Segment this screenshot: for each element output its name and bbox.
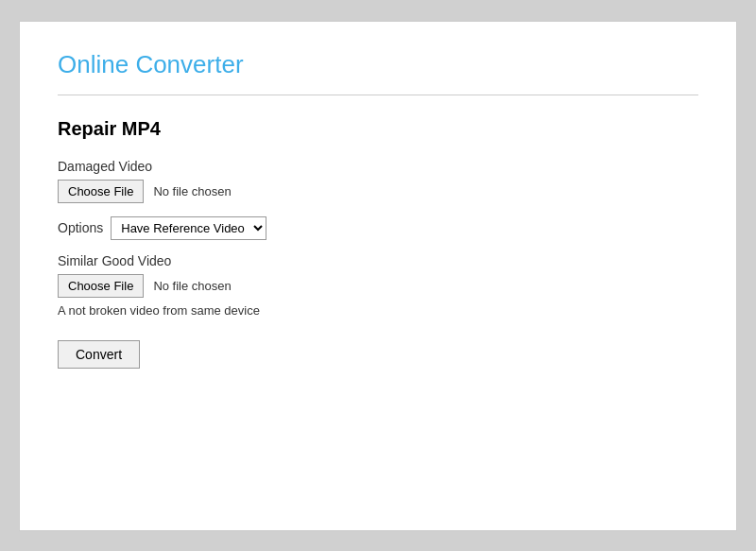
damaged-video-section: Damaged Video Choose File No file chosen — [58, 159, 698, 203]
damaged-no-file-text: No file chosen — [153, 184, 231, 198]
divider — [58, 95, 698, 95]
similar-video-section: Similar Good Video Choose File No file c… — [58, 253, 698, 318]
options-select[interactable]: Have Reference Video No Reference Video — [111, 216, 266, 240]
site-title: Online Converter — [58, 50, 698, 79]
field-hint: A not broken video from same device — [58, 303, 698, 318]
convert-button[interactable]: Convert — [58, 340, 140, 369]
damaged-video-label: Damaged Video — [58, 159, 698, 174]
options-row: Options Have Reference Video No Referenc… — [58, 216, 698, 240]
main-container: Online Converter Repair MP4 Damaged Vide… — [19, 21, 737, 531]
similar-file-input-row: Choose File No file chosen — [58, 274, 698, 298]
page-title: Repair MP4 — [58, 118, 698, 140]
options-label: Options — [58, 220, 103, 235]
damaged-choose-file-button[interactable]: Choose File — [58, 180, 144, 203]
similar-choose-file-button[interactable]: Choose File — [58, 274, 144, 298]
similar-video-label: Similar Good Video — [58, 253, 698, 268]
damaged-file-input-row: Choose File No file chosen — [58, 180, 698, 203]
similar-no-file-text: No file chosen — [153, 279, 231, 293]
